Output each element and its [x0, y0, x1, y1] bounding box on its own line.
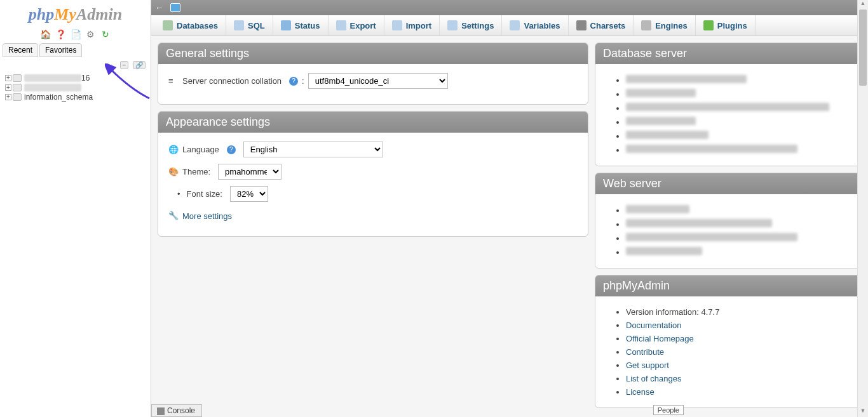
blurred-text: [626, 233, 797, 241]
link-documentation[interactable]: Documentation: [626, 321, 681, 330]
menu-charsets[interactable]: Charsets: [569, 15, 634, 36]
web-server-panel: Web server: [595, 173, 862, 268]
collation-icon: ≡: [168, 76, 179, 86]
expand-icon[interactable]: +: [5, 84, 11, 91]
fontsize-select[interactable]: 82%: [230, 186, 268, 202]
link-icon[interactable]: 🔗: [133, 61, 146, 69]
status-icon: [281, 20, 291, 30]
tab-favorites[interactable]: Favorites: [39, 43, 82, 57]
tab-recent[interactable]: Recent: [3, 43, 38, 57]
blurred-text: [626, 131, 709, 139]
panel-title: phpMyAdmin: [595, 275, 861, 296]
collapse-all-icon[interactable]: −: [120, 61, 129, 69]
docs-icon[interactable]: 📄: [71, 29, 81, 39]
import-icon: [392, 20, 402, 30]
nav-controls: − 🔗: [0, 57, 151, 72]
sidebar-toolbar: 🏠 ❓ 📄 ⚙ ↻: [0, 27, 151, 43]
database-icon: [13, 74, 22, 82]
panel-title: Web server: [595, 173, 861, 194]
menu-variables[interactable]: Variables: [502, 15, 568, 36]
blurred-text: [626, 219, 772, 227]
sidebar-tabs: Recent Favorites: [0, 43, 151, 57]
tree-item-db1[interactable]: + 16: [5, 73, 146, 83]
vertical-scrollbar[interactable]: ▲ ▼: [857, 0, 868, 417]
blurred-text: [626, 89, 696, 97]
blurred-text: [626, 247, 702, 255]
tree-item-information-schema[interactable]: + information_schema: [5, 92, 146, 102]
engines-icon: [641, 20, 651, 30]
link-homepage[interactable]: Official Homepage: [626, 334, 694, 343]
help-icon[interactable]: ?: [289, 77, 298, 86]
sql-icon: [234, 20, 244, 30]
theme-label: Theme:: [182, 167, 210, 176]
menu-databases[interactable]: Databases: [155, 15, 226, 36]
link-license[interactable]: License: [626, 387, 654, 397]
database-icon: [13, 84, 22, 91]
scroll-down-icon[interactable]: ▼: [858, 407, 868, 417]
fontsize-label: Font size:: [187, 189, 222, 199]
breadcrumb-bar: ← ⤒: [151, 0, 868, 15]
database-server-panel: Database server: [595, 43, 862, 166]
console-toggle[interactable]: Console: [151, 404, 202, 417]
version-info: Version information: 4.7.7: [626, 305, 851, 319]
link-support[interactable]: Get support: [626, 361, 669, 370]
panel-title: Appearance settings: [158, 112, 588, 133]
people-tag: People: [653, 405, 684, 415]
menu-plugins[interactable]: Plugins: [696, 15, 756, 36]
help-icon[interactable]: ?: [227, 145, 236, 154]
phpmyadmin-logo[interactable]: phpMyAdmin: [0, 0, 151, 27]
expand-icon[interactable]: +: [5, 94, 11, 100]
link-contribute[interactable]: Contribute: [626, 347, 664, 357]
menu-import[interactable]: Import: [384, 15, 440, 36]
back-icon[interactable]: ←: [155, 3, 164, 13]
phpmyadmin-panel: phpMyAdmin Version information: 4.7.7 Do…: [595, 275, 862, 408]
menu-sql[interactable]: SQL: [226, 15, 273, 36]
blurred-text: [626, 75, 747, 83]
menu-status[interactable]: Status: [273, 15, 329, 36]
scroll-up-icon[interactable]: ▲: [858, 0, 868, 10]
database-icon: [13, 93, 22, 101]
general-settings-panel: General settings ≡ Server connection col…: [158, 43, 588, 105]
server-icon[interactable]: [170, 3, 180, 12]
sidebar: phpMyAdmin 🏠 ❓ 📄 ⚙ ↻ Recent Favorites − …: [0, 0, 151, 417]
db-name-blurred: [24, 74, 81, 82]
menu-settings[interactable]: Settings: [440, 15, 502, 36]
expand-icon[interactable]: +: [5, 75, 11, 81]
db-name-blurred: [24, 84, 81, 91]
blurred-text: [626, 117, 696, 125]
collation-label: Server connection collation: [182, 76, 281, 86]
wrench-icon: [447, 20, 458, 30]
blurred-text: [626, 103, 829, 111]
more-settings-link[interactable]: More settings: [182, 211, 232, 221]
collation-select[interactable]: utf8mb4_unicode_ci: [308, 73, 448, 89]
home-icon[interactable]: 🏠: [40, 29, 50, 39]
theme-select[interactable]: pmahomme: [218, 164, 281, 180]
console-icon: [157, 407, 165, 415]
language-select[interactable]: English: [243, 142, 383, 157]
link-changes[interactable]: List of changes: [626, 374, 681, 383]
language-icon: 🌐: [168, 145, 179, 155]
database-icon: [163, 20, 173, 30]
blurred-text: [626, 205, 689, 213]
menu-export[interactable]: Export: [329, 15, 384, 36]
content: General settings ≡ Server connection col…: [151, 36, 868, 417]
variables-icon: [510, 20, 520, 30]
logout-icon[interactable]: ❓: [55, 29, 65, 39]
theme-icon: 🎨: [168, 167, 179, 177]
blurred-text: [626, 145, 797, 153]
plugins-icon: [703, 20, 714, 30]
language-label: Language: [182, 145, 219, 154]
menu-engines[interactable]: Engines: [634, 15, 696, 36]
tree-item-db2[interactable]: +: [5, 83, 146, 92]
reload-icon[interactable]: ↻: [100, 29, 111, 39]
top-menu: Databases SQL Status Export Import Setti…: [151, 15, 868, 36]
database-tree: + 16 + + information_schema: [0, 72, 151, 103]
panel-title: Database server: [595, 43, 861, 64]
settings-icon[interactable]: ⚙: [85, 29, 95, 39]
wrench-icon: 🔧: [168, 211, 179, 221]
appearance-settings-panel: Appearance settings 🌐 Language ? English…: [158, 111, 588, 237]
main-area: ← ⤒ Databases SQL Status Export Import S…: [151, 0, 868, 417]
export-icon: [336, 20, 346, 30]
panel-title: General settings: [158, 43, 588, 64]
scrollbar-thumb[interactable]: [859, 10, 867, 86]
